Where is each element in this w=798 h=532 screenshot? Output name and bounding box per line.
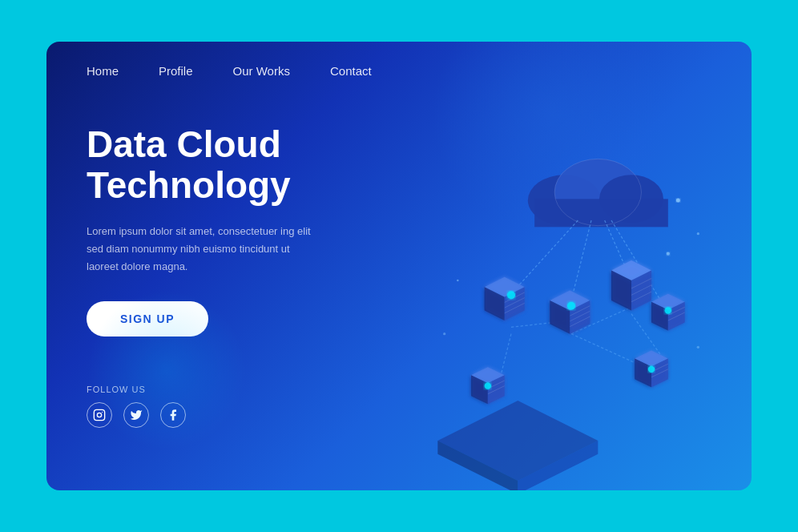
svg-marker-23 xyxy=(550,291,590,311)
svg-marker-25 xyxy=(570,300,590,334)
svg-line-44 xyxy=(488,386,505,394)
svg-point-59 xyxy=(697,232,699,235)
svg-line-28 xyxy=(570,316,590,327)
svg-point-2 xyxy=(102,412,103,413)
follow-section: FOLLOW US xyxy=(87,385,391,428)
svg-line-11 xyxy=(611,220,665,307)
left-column: Data Cloud Technology Lorem ipsum dolor … xyxy=(87,108,391,428)
svg-point-3 xyxy=(528,175,602,225)
svg-line-9 xyxy=(571,220,591,300)
svg-line-21 xyxy=(505,298,525,308)
svg-marker-24 xyxy=(550,300,570,334)
svg-point-57 xyxy=(665,307,671,313)
svg-marker-35 xyxy=(651,294,685,310)
svg-line-26 xyxy=(570,306,590,316)
social-icons-row xyxy=(87,402,391,428)
svg-marker-46 xyxy=(635,359,651,388)
svg-marker-41 xyxy=(471,375,488,404)
svg-line-27 xyxy=(570,311,590,321)
hero-headline: Data Cloud Technology xyxy=(87,124,391,205)
svg-marker-42 xyxy=(488,375,505,404)
illustration-area xyxy=(391,108,711,490)
svg-line-10 xyxy=(605,220,631,280)
twitter-icon[interactable] xyxy=(123,402,149,428)
svg-point-56 xyxy=(648,366,655,373)
svg-line-16 xyxy=(631,314,665,361)
follow-label: FOLLOW US xyxy=(87,385,391,394)
svg-line-34 xyxy=(631,292,651,302)
svg-line-33 xyxy=(631,285,651,296)
svg-line-39 xyxy=(668,312,685,320)
svg-marker-37 xyxy=(668,302,685,331)
svg-marker-52 xyxy=(518,441,598,490)
svg-point-5 xyxy=(599,175,663,223)
svg-rect-0 xyxy=(94,410,104,421)
svg-marker-40 xyxy=(471,367,505,383)
svg-marker-19 xyxy=(505,287,525,320)
svg-line-15 xyxy=(571,334,645,368)
svg-point-58 xyxy=(676,199,680,203)
svg-marker-51 xyxy=(437,441,518,490)
svg-point-4 xyxy=(554,159,641,225)
hero-description: Lorem ipsum dolor sit amet, consectetuer… xyxy=(87,223,311,276)
nav-profile[interactable]: Profile xyxy=(159,64,193,78)
svg-marker-29 xyxy=(611,260,651,280)
svg-marker-31 xyxy=(631,271,651,311)
svg-marker-50 xyxy=(437,401,598,481)
nav-contact[interactable]: Contact xyxy=(330,64,372,78)
nav-home[interactable]: Home xyxy=(87,64,119,78)
svg-point-60 xyxy=(667,252,670,256)
signup-button[interactable]: SIGN UP xyxy=(87,301,208,337)
svg-line-38 xyxy=(668,307,685,315)
svg-point-53 xyxy=(507,291,515,299)
svg-marker-47 xyxy=(651,359,668,388)
svg-point-54 xyxy=(567,302,575,310)
svg-line-49 xyxy=(651,369,668,377)
navigation: Home Profile Our Works Contact xyxy=(46,42,752,100)
svg-point-1 xyxy=(97,413,101,417)
svg-point-61 xyxy=(443,332,445,335)
svg-marker-36 xyxy=(651,302,668,331)
facebook-icon[interactable] xyxy=(160,402,186,428)
svg-line-48 xyxy=(651,364,668,372)
svg-marker-45 xyxy=(635,351,668,367)
nav-our-works[interactable]: Our Works xyxy=(233,64,290,78)
svg-line-43 xyxy=(488,381,505,389)
svg-rect-6 xyxy=(534,199,668,227)
hero-content: Data Cloud Technology Lorem ipsum dolor … xyxy=(46,100,752,490)
svg-line-14 xyxy=(498,334,511,388)
svg-line-32 xyxy=(631,279,651,289)
svg-marker-18 xyxy=(485,287,505,320)
svg-line-20 xyxy=(505,292,525,303)
instagram-icon[interactable] xyxy=(87,402,112,428)
page-card: Home Profile Our Works Contact Data Clou… xyxy=(46,42,752,490)
svg-line-8 xyxy=(511,220,578,294)
svg-point-7 xyxy=(554,159,641,225)
svg-line-12 xyxy=(511,320,571,327)
svg-point-62 xyxy=(457,280,459,282)
svg-marker-30 xyxy=(611,271,631,311)
svg-point-63 xyxy=(697,346,699,349)
svg-line-13 xyxy=(571,307,631,333)
svg-line-22 xyxy=(505,303,525,313)
svg-marker-17 xyxy=(485,277,525,297)
svg-point-55 xyxy=(485,383,491,389)
